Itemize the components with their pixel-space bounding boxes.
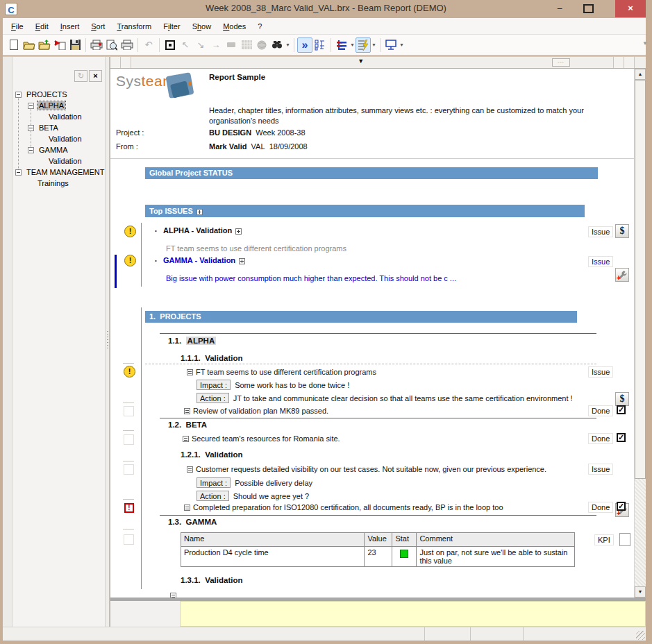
menu-show[interactable]: Show bbox=[192, 22, 212, 31]
menu-sort[interactable]: Sort bbox=[91, 22, 105, 31]
item-expander-icon[interactable] bbox=[184, 408, 190, 414]
panel-splitter[interactable] bbox=[105, 57, 110, 627]
status-green-icon[interactable] bbox=[400, 550, 408, 558]
save-icon[interactable] bbox=[67, 37, 83, 53]
minimize-button[interactable]: – bbox=[551, 1, 569, 17]
display-mode-dropdown-icon[interactable]: ▼ bbox=[399, 37, 405, 53]
tree-item-gamma[interactable]: GAMMA bbox=[14, 144, 105, 155]
tree-item-gamma-validation[interactable]: Validation bbox=[14, 155, 105, 167]
open-icon[interactable] bbox=[22, 37, 37, 53]
status-label[interactable]: Done bbox=[588, 405, 613, 416]
menu-file[interactable]: File bbox=[11, 22, 24, 31]
status-label[interactable]: Issue bbox=[588, 256, 613, 267]
outline-view-icon[interactable] bbox=[312, 37, 328, 53]
scrollbar-thumb[interactable] bbox=[635, 80, 646, 479]
collapse-item-icon[interactable] bbox=[224, 37, 239, 53]
tree-refresh-button[interactable]: ↻ bbox=[74, 70, 87, 82]
tree-item-projects[interactable]: PROJECTS bbox=[14, 89, 105, 100]
collapse-expander-icon[interactable] bbox=[28, 125, 34, 131]
find-icon[interactable] bbox=[269, 37, 285, 53]
menu-insert[interactable]: Insert bbox=[60, 22, 80, 31]
ruler-cell[interactable] bbox=[613, 57, 624, 68]
done-checkbox[interactable]: ✓ bbox=[617, 502, 626, 511]
world-icon[interactable] bbox=[254, 37, 269, 53]
tree-item-trainings[interactable]: Trainings bbox=[14, 178, 105, 189]
tree-item-team-management[interactable]: TEAM MANAGEMENT bbox=[14, 167, 105, 178]
top-issue-title[interactable]: GAMMA - Validation bbox=[163, 256, 245, 264]
top-issue-title[interactable]: ALPHA - Validation bbox=[163, 226, 242, 235]
menu-filter[interactable]: Filter bbox=[163, 22, 180, 31]
collapse-expander-icon[interactable] bbox=[28, 103, 34, 109]
collapse-expander-icon[interactable] bbox=[15, 92, 22, 98]
tree-item-alpha[interactable]: ALPHA bbox=[14, 100, 105, 111]
scroll-down-icon[interactable]: ▼ bbox=[635, 586, 646, 598]
nav-back-icon[interactable]: ↖ bbox=[178, 37, 193, 53]
collapse-expander-icon[interactable] bbox=[28, 147, 34, 153]
menu-edit[interactable]: Edit bbox=[35, 22, 49, 31]
status-label[interactable]: Issue bbox=[588, 464, 613, 475]
tree-item-beta[interactable]: BETA bbox=[14, 122, 105, 133]
status-label[interactable]: Done bbox=[588, 502, 613, 513]
collapse-expander-icon[interactable] bbox=[15, 169, 22, 176]
item-expander-icon[interactable] bbox=[183, 436, 189, 442]
item-expander-icon[interactable] bbox=[170, 593, 176, 598]
done-checkbox[interactable]: ✓ bbox=[617, 405, 626, 414]
report-item: Customer requests detailed visibility on… bbox=[187, 465, 546, 473]
heading-1-1-1: 1.1.1. Validation bbox=[181, 354, 243, 362]
resize-grip-icon[interactable] bbox=[636, 631, 645, 640]
import-icon[interactable] bbox=[52, 37, 67, 53]
attribute-bars-dropdown-icon[interactable]: ▼ bbox=[349, 37, 356, 53]
ruler-cell[interactable] bbox=[121, 57, 131, 68]
cost-attribute-icon[interactable]: $ bbox=[615, 392, 629, 406]
vertical-scrollbar[interactable]: ▲ ▼ bbox=[634, 69, 646, 598]
undo-icon[interactable]: ↶ bbox=[141, 37, 156, 53]
close-button[interactable]: × bbox=[615, 0, 646, 17]
print-icon[interactable] bbox=[119, 37, 135, 53]
ruler-cell[interactable] bbox=[624, 57, 634, 68]
expand-plus-icon[interactable] bbox=[235, 228, 242, 235]
cost-attribute-icon[interactable]: $ bbox=[615, 224, 629, 238]
tree-item-beta-validation[interactable]: Validation bbox=[14, 133, 105, 144]
done-checkbox[interactable]: ✓ bbox=[617, 433, 626, 442]
ruler-cell[interactable] bbox=[110, 57, 121, 68]
menu-modes[interactable]: Modes bbox=[223, 22, 246, 31]
highlight-rules-dropdown-icon[interactable]: ▼ bbox=[371, 37, 377, 53]
status-label[interactable]: Done bbox=[588, 433, 613, 444]
item-expander-icon[interactable] bbox=[187, 369, 193, 375]
ruler-track[interactable]: ▼ ◦◦◦ bbox=[131, 57, 613, 68]
notes-pane[interactable] bbox=[180, 601, 646, 627]
heading-1-3-1: 1.3.1. Validation bbox=[181, 576, 243, 584]
scroll-up-icon[interactable]: ▲ bbox=[635, 69, 646, 80]
expand-plus-icon[interactable] bbox=[197, 209, 203, 215]
status-label[interactable]: Issue bbox=[588, 226, 613, 237]
scrollbar-track[interactable] bbox=[635, 479, 646, 586]
print-preview-icon[interactable] bbox=[104, 37, 119, 53]
display-mode-icon[interactable] bbox=[383, 37, 399, 53]
item-expander-icon[interactable] bbox=[187, 466, 193, 473]
attribute-bars-icon[interactable] bbox=[334, 37, 349, 53]
find-dropdown-icon[interactable]: ▼ bbox=[285, 37, 291, 53]
menu-help[interactable]: ? bbox=[258, 22, 262, 31]
nav-next-icon[interactable]: → bbox=[208, 37, 224, 53]
menu-transform[interactable]: Transform bbox=[117, 22, 151, 31]
new-document-icon[interactable] bbox=[6, 37, 22, 53]
status-label[interactable]: KPI bbox=[594, 534, 614, 545]
print-setup-icon[interactable] bbox=[89, 37, 104, 53]
position-marker-icon[interactable]: ▼ bbox=[358, 58, 364, 65]
maximize-button[interactable] bbox=[583, 4, 594, 13]
table-view-icon[interactable] bbox=[239, 37, 254, 53]
tree-close-button[interactable]: × bbox=[89, 70, 102, 82]
open-add-icon[interactable] bbox=[37, 37, 52, 53]
status-label[interactable]: Issue bbox=[588, 366, 613, 378]
expand-all-icon[interactable]: » bbox=[297, 37, 312, 53]
expand-plus-icon[interactable] bbox=[239, 258, 245, 264]
ruler-more-button[interactable]: ◦◦◦ bbox=[552, 58, 570, 67]
stop-record-icon[interactable] bbox=[162, 37, 178, 53]
kpi-empty-box[interactable] bbox=[619, 533, 630, 546]
nav-forward-icon[interactable]: ↘ bbox=[193, 37, 208, 53]
toolbar-overflow-icon[interactable]: ▼ bbox=[642, 40, 648, 46]
highlight-rules-icon[interactable] bbox=[356, 37, 371, 53]
tree-item-alpha-validation[interactable]: Validation bbox=[14, 111, 105, 122]
item-expander-icon[interactable] bbox=[184, 505, 190, 511]
action-wrench-icon[interactable]: + bbox=[615, 268, 629, 282]
